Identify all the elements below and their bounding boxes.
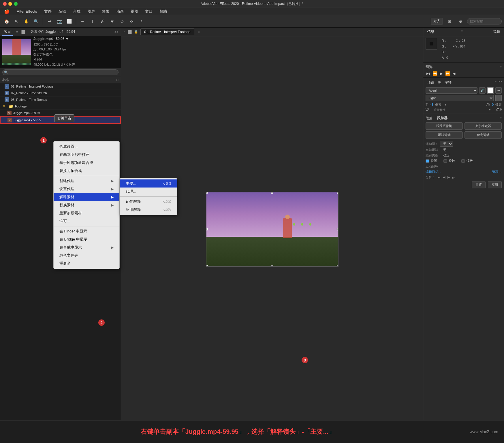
ctx-set-proxy[interactable]: 设置代理 ▶ xyxy=(54,185,119,193)
handle-br[interactable] xyxy=(337,265,338,267)
analyze-back[interactable]: ◀ xyxy=(443,175,445,179)
edit-target-link[interactable]: 编辑目标… xyxy=(426,170,441,174)
comp-menu-icon[interactable]: ≡ xyxy=(198,30,200,34)
character-tab[interactable]: 字符 xyxy=(443,79,453,86)
camera-orbit-tool[interactable]: 📷 xyxy=(55,17,64,26)
zoom-tool[interactable]: 🔍 xyxy=(32,17,40,26)
sub-ctx-proxy[interactable]: 代理... xyxy=(120,188,177,196)
reset-button[interactable]: 重置 xyxy=(472,181,486,188)
ctx-reveal-comp[interactable]: 在合成中显示 ▶ xyxy=(54,243,119,251)
ctx-reload-footage[interactable]: 重新加载素材 xyxy=(54,209,119,217)
handle-bottom[interactable] xyxy=(271,265,273,267)
ctx-create-proxy[interactable]: 创建代理 ▶ xyxy=(54,177,119,185)
ctx-open-essential[interactable]: 在基本图形中打开 xyxy=(54,151,119,159)
paragraph-tab[interactable]: 段落 xyxy=(426,116,432,121)
handle-tr[interactable] xyxy=(337,192,338,194)
rotate-tool[interactable]: ↩ xyxy=(45,17,54,26)
project-search-input[interactable] xyxy=(2,69,119,75)
pin-tool[interactable]: ⌖ xyxy=(137,17,146,26)
font-stroke-swatch[interactable] xyxy=(495,95,502,101)
puppet-tool[interactable]: ⊹ xyxy=(127,17,136,26)
info-tab[interactable]: 信息 xyxy=(426,29,436,35)
handle-tl[interactable] xyxy=(206,192,208,194)
expand-button[interactable]: >> xyxy=(114,30,119,34)
rotation-checkbox[interactable] xyxy=(443,159,447,163)
track-camera-button[interactable]: 跟踪摄像机 xyxy=(426,122,463,130)
ctx-rename[interactable]: 重命名 xyxy=(54,260,119,268)
tracker-tab[interactable]: 跟踪器 xyxy=(437,116,447,121)
list-item[interactable]: C 03_Retime - Time Remap xyxy=(0,96,121,103)
list-item[interactable]: C 01_Retime - Interpret Footage xyxy=(0,83,121,90)
warp-stabilizer-button[interactable]: 变形稳定器 xyxy=(464,122,502,130)
apply-button[interactable]: 应用 xyxy=(488,181,502,188)
font-settings-icon[interactable]: ↩ xyxy=(495,87,502,94)
info-menu-icon[interactable]: ≡ xyxy=(461,29,463,35)
snap-button[interactable]: ⊞ xyxy=(445,17,454,26)
handle-bl[interactable] xyxy=(206,265,208,267)
menu-composition[interactable]: 合成 xyxy=(72,9,82,14)
sub-ctx-remember[interactable]: 记住解释 ⌥⌘C xyxy=(120,198,177,206)
ctx-license[interactable]: 许可... xyxy=(54,217,119,225)
font-color-swatch[interactable] xyxy=(487,87,494,94)
handle-left[interactable] xyxy=(206,228,208,230)
dropdown-arrow-2[interactable]: ▼ xyxy=(488,108,491,112)
list-item[interactable]: C 02_Retime - Time Stretch xyxy=(0,90,121,96)
preview-controls[interactable]: ⏮ ⏪ ▶ ⏩ ⏭ xyxy=(426,71,502,76)
ctx-solid-folder[interactable]: 纯色文件夹 xyxy=(54,251,119,260)
menu-window[interactable]: 窗口 xyxy=(144,9,154,14)
align-button[interactable]: 对齐 xyxy=(431,18,443,24)
ctx-interpret-footage[interactable]: 解释素材 ▶ 2 xyxy=(54,193,119,201)
library-tab[interactable]: 库 xyxy=(436,79,443,86)
scale-checkbox[interactable] xyxy=(461,159,465,163)
eraser-tool[interactable]: ◇ xyxy=(118,17,126,26)
dropdown-arrow[interactable]: ▼ xyxy=(444,103,447,106)
next-frame-button[interactable]: ⏩ xyxy=(445,71,451,76)
analyze-forward-fast[interactable]: ⏭ xyxy=(452,176,455,179)
font-expand-icon[interactable]: >> xyxy=(498,79,502,86)
ctx-replace-footage[interactable]: 替换素材 ▶ xyxy=(54,201,119,209)
kerning-value[interactable]: 0 xyxy=(492,103,494,106)
text-tool[interactable]: T xyxy=(88,17,97,26)
font-family-select[interactable]: Avenir xyxy=(426,87,477,94)
analyze-forward[interactable]: ▶ xyxy=(447,175,450,179)
eyedropper-icon[interactable]: 💉 xyxy=(479,87,486,94)
comp-close-icon[interactable]: × xyxy=(123,30,125,34)
menu-view[interactable]: 视图 xyxy=(129,9,139,14)
sub-ctx-apply[interactable]: 应用解释 ⌥⌘V xyxy=(120,206,177,214)
menu-help[interactable]: 帮助 xyxy=(158,9,168,14)
effect-control-tab[interactable]: 效果控件 Juggle.mp4 - 59.94 xyxy=(29,28,77,35)
sub-ctx-main[interactable]: 主要... ⌥⌘G 3 xyxy=(120,179,177,188)
select-tool[interactable]: ↖ xyxy=(12,17,21,26)
presets-tab[interactable]: 预设 xyxy=(426,79,436,86)
help-search-input[interactable] xyxy=(467,18,502,24)
last-frame-button[interactable]: ⏭ xyxy=(452,71,457,76)
minimize-button[interactable] xyxy=(8,2,12,6)
menu-edit[interactable]: 编辑 xyxy=(57,9,67,14)
ctx-new-comp[interactable]: 基于所选项新建合成 xyxy=(54,159,119,167)
ctx-precompose[interactable]: 替换为预合成 xyxy=(54,167,119,175)
font-style-select[interactable]: Light Regular Bold xyxy=(426,95,494,101)
menu-animation[interactable]: 动画 xyxy=(115,9,125,14)
home-button[interactable]: 🏠 xyxy=(2,17,11,26)
motion-source-select[interactable]: 无 xyxy=(440,141,453,147)
ctx-compose-settings[interactable]: 合成设置... xyxy=(54,143,119,151)
play-button[interactable]: ▶ xyxy=(439,71,443,76)
position-checkbox[interactable] xyxy=(426,159,429,163)
apple-menu[interactable]: 🍎 xyxy=(3,9,11,14)
select-link[interactable]: 选项… xyxy=(492,170,502,174)
pen-tool[interactable]: ✒ xyxy=(78,17,87,26)
hand-tool[interactable]: ✋ xyxy=(22,17,31,26)
settings-button[interactable]: ⚙ xyxy=(456,17,465,26)
ctx-reveal-bridge[interactable]: 在 Bridge 中显示 xyxy=(54,235,119,243)
project-tab[interactable]: 项目 xyxy=(2,28,13,36)
font-menu-icon[interactable]: ≡ xyxy=(495,79,497,86)
menu-layer[interactable]: 图层 xyxy=(86,9,96,14)
track-motion-button[interactable]: 跟踪运动 xyxy=(426,131,463,139)
audio-tab[interactable]: 音频 xyxy=(491,29,502,35)
menu-file[interactable]: 文件 xyxy=(43,9,53,14)
folder-item[interactable]: ▼ 📁 Footage xyxy=(0,103,121,110)
comp-lock-icon[interactable]: 🔒 xyxy=(134,30,138,34)
tracker-menu-icon[interactable]: ≡ xyxy=(500,116,502,121)
preview-menu-icon[interactable]: ≡ xyxy=(500,65,502,69)
handle-top[interactable] xyxy=(271,192,273,194)
